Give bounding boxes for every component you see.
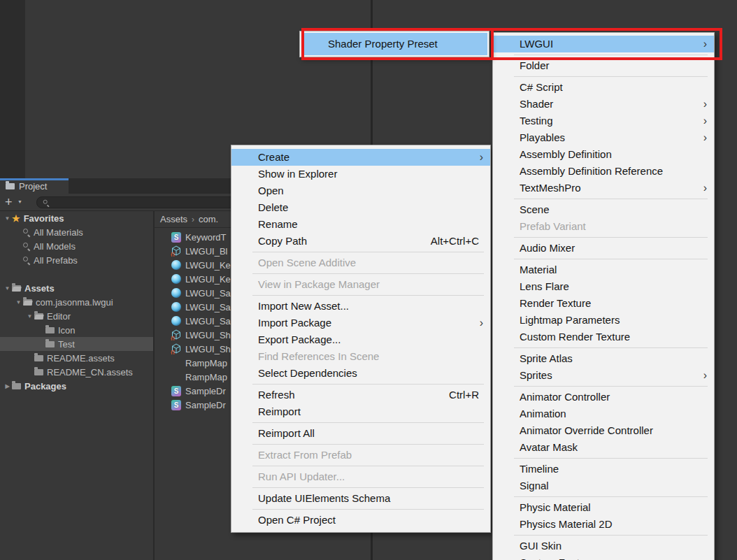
menu-item-scene[interactable]: Scene bbox=[493, 201, 714, 218]
menu-item-view-in-package-manager: View in Package Manager bbox=[231, 276, 490, 293]
menu-item-open[interactable]: Open bbox=[231, 182, 490, 199]
add-asset-button[interactable]: + bbox=[5, 194, 13, 210]
menu-item-shader-property-preset[interactable]: Shader Property Preset bbox=[301, 33, 487, 55]
menu-item-label: Copy Path bbox=[258, 235, 307, 247]
material-sphere-icon bbox=[171, 273, 182, 285]
menu-item-refresh[interactable]: RefreshCtrl+R bbox=[231, 387, 490, 403]
menu-item-lwgui[interactable]: LWGUI› bbox=[493, 36, 714, 52]
menu-item-animation[interactable]: Animation bbox=[493, 405, 714, 422]
menu-item-label: Playables bbox=[520, 131, 565, 143]
submenu-arrow-icon: › bbox=[703, 180, 707, 196]
tree-item-favorites[interactable]: ▼★Favorites bbox=[0, 211, 153, 225]
menu-item-open-c-project[interactable]: Open C# Project bbox=[231, 512, 490, 529]
tree-icon-wrap bbox=[23, 243, 30, 250]
csharp-script-icon: S bbox=[171, 385, 182, 396]
menu-item-export-package[interactable]: Export Package... bbox=[231, 331, 490, 348]
expand-arrow-icon[interactable]: ▼ bbox=[14, 299, 23, 306]
menu-item-physics-material-2d[interactable]: Physics Material 2D bbox=[493, 516, 714, 533]
expand-arrow-icon[interactable]: ▼ bbox=[25, 313, 34, 320]
tree-item-readme-assets[interactable]: README.assets bbox=[0, 351, 153, 365]
tree-item-label: README_CN.assets bbox=[47, 367, 133, 378]
tree-item-com-jasonma-lwgui[interactable]: ▼com.jasonma.lwgui bbox=[0, 295, 153, 309]
material-sphere-icon bbox=[171, 301, 182, 313]
expand-arrow-icon[interactable]: ▼ bbox=[3, 285, 12, 292]
file-name: RampMap bbox=[185, 372, 227, 382]
menu-item-label: Lightmap Parameters bbox=[520, 314, 620, 326]
csharp-script-icon: S bbox=[171, 231, 182, 243]
tree-item-label: Assets bbox=[24, 283, 55, 294]
menu-item-show-in-explorer[interactable]: Show in Explorer bbox=[231, 166, 490, 182]
menu-separator bbox=[252, 466, 484, 466]
menu-item-import-package[interactable]: Import Package› bbox=[231, 315, 490, 331]
menu-item-rename[interactable]: Rename bbox=[231, 216, 490, 233]
menu-item-timeline[interactable]: Timeline bbox=[493, 461, 714, 478]
svg-text:{}: {} bbox=[171, 251, 175, 257]
menu-item-lightmap-parameters[interactable]: Lightmap Parameters bbox=[493, 312, 714, 329]
menu-item-sprite-atlas[interactable]: Sprite Atlas bbox=[493, 350, 714, 367]
menu-item-testing[interactable]: Testing› bbox=[493, 113, 714, 129]
menu-item-copy-path[interactable]: Copy PathAlt+Ctrl+C bbox=[231, 233, 490, 250]
tree-item-label: README.assets bbox=[47, 353, 115, 364]
menu-item-delete[interactable]: Delete bbox=[231, 199, 490, 216]
project-tab-label: Project bbox=[19, 181, 47, 192]
menu-item-assembly-definition-reference[interactable]: Assembly Definition Reference bbox=[493, 163, 714, 180]
menu-item-reimport-all[interactable]: Reimport All bbox=[231, 425, 490, 442]
menu-separator bbox=[514, 458, 708, 459]
tab-project[interactable]: Project bbox=[0, 178, 69, 194]
lwgui-submenu: Shader Property Preset bbox=[299, 31, 489, 57]
menu-item-reimport[interactable]: Reimport bbox=[231, 403, 490, 420]
tree-icon-wrap bbox=[23, 257, 30, 264]
menu-item-import-new-asset[interactable]: Import New Asset... bbox=[231, 298, 490, 315]
menu-item-shader[interactable]: Shader› bbox=[493, 96, 714, 113]
tree-item-test[interactable]: Test bbox=[0, 337, 153, 351]
submenu-arrow-icon: › bbox=[480, 315, 483, 331]
tree-icon-wrap bbox=[23, 229, 30, 236]
menu-item-render-texture[interactable]: Render Texture bbox=[493, 295, 714, 312]
menu-item-label: View in Package Manager bbox=[258, 278, 380, 290]
menu-item-animator-controller[interactable]: Animator Controller bbox=[493, 389, 714, 405]
menu-item-create[interactable]: Create› bbox=[231, 149, 490, 166]
menu-item-c-script[interactable]: C# Script bbox=[493, 79, 714, 96]
menu-item-audio-mixer[interactable]: Audio Mixer bbox=[493, 240, 714, 257]
tree-item-all-models[interactable]: All Models bbox=[0, 239, 153, 253]
breadcrumb-package[interactable]: com. bbox=[199, 214, 218, 224]
tree-item-icon[interactable]: Icon bbox=[0, 323, 153, 337]
tree-item-label: Favorites bbox=[24, 213, 64, 224]
tree-item-label: Packages bbox=[24, 381, 66, 392]
collapse-arrow-icon[interactable]: ▶ bbox=[3, 383, 12, 389]
menu-item-animator-override-controller[interactable]: Animator Override Controller bbox=[493, 422, 714, 439]
menu-item-signal[interactable]: Signal bbox=[493, 478, 714, 494]
search-filter-icon bbox=[23, 243, 30, 250]
tree-item-assets[interactable]: ▼Assets bbox=[0, 281, 153, 295]
menu-item-shortcut: Alt+Ctrl+C bbox=[431, 233, 479, 250]
menu-item-update-uielements-schema[interactable]: Update UIElements Schema bbox=[231, 490, 490, 507]
tree-icon-wrap bbox=[34, 369, 43, 375]
breadcrumb-assets[interactable]: Assets bbox=[160, 214, 187, 224]
expand-arrow-icon[interactable]: ▼ bbox=[3, 215, 12, 222]
menu-item-playables[interactable]: Playables› bbox=[493, 129, 714, 146]
menu-item-lens-flare[interactable]: Lens Flare bbox=[493, 278, 714, 295]
menu-item-avatar-mask[interactable]: Avatar Mask bbox=[493, 439, 714, 456]
menu-item-custom-font[interactable]: Custom Font bbox=[493, 554, 714, 560]
tree-icon-wrap bbox=[34, 355, 43, 361]
menu-item-textmeshpro[interactable]: TextMeshPro› bbox=[493, 180, 714, 196]
tree-item-editor[interactable]: ▼Editor bbox=[0, 309, 153, 323]
tree-item-packages[interactable]: ▶Packages bbox=[0, 379, 153, 393]
menu-item-gui-skin[interactable]: GUI Skin bbox=[493, 538, 714, 554]
chevron-down-icon[interactable]: ▼ bbox=[17, 199, 22, 204]
menu-item-physic-material[interactable]: Physic Material bbox=[493, 499, 714, 516]
menu-item-custom-render-texture[interactable]: Custom Render Texture bbox=[493, 329, 714, 345]
tree-item-readme-cn-assets[interactable]: README_CN.assets bbox=[0, 365, 153, 379]
tree-item-all-prefabs[interactable]: All Prefabs bbox=[0, 253, 153, 267]
folder-icon bbox=[12, 383, 21, 389]
menu-item-select-dependencies[interactable]: Select Dependencies bbox=[231, 365, 490, 382]
menu-item-label: Find References In Scene bbox=[258, 350, 379, 362]
menu-item-material[interactable]: Material bbox=[493, 261, 714, 278]
menu-item-folder[interactable]: Folder bbox=[493, 57, 714, 74]
menu-item-label: Folder bbox=[520, 59, 550, 71]
tree-item-all-materials[interactable]: All Materials bbox=[0, 225, 153, 239]
menu-item-sprites[interactable]: Sprites› bbox=[493, 367, 714, 384]
menu-item-assembly-definition[interactable]: Assembly Definition bbox=[493, 146, 714, 163]
menu-item-label: Lens Flare bbox=[520, 280, 569, 292]
menu-item-extract-from-prefab: Extract From Prefab bbox=[231, 447, 490, 464]
